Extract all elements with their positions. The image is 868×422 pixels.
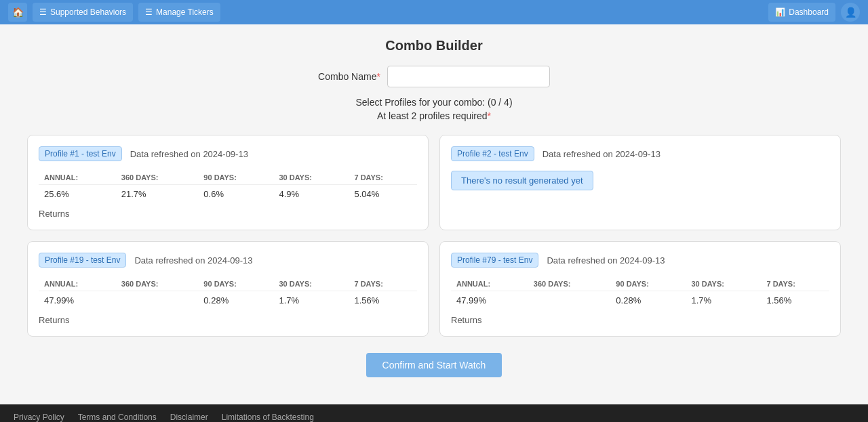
table-row: 25.6%21.7%0.6%4.9%5.04% <box>39 185 417 204</box>
main-content: Combo Builder Combo Name* Select Profile… <box>0 24 868 404</box>
profile-refresh-text-2: Data refreshed on 2024-09-13 <box>542 149 660 159</box>
profile-card-1: Profile #1 - test EnvData refreshed on 2… <box>27 135 429 230</box>
table-column-header: 360 DAYS: <box>528 277 611 291</box>
navbar: 🏠 ☰ Supported Behaviors ☰ Manage Tickers… <box>0 0 868 24</box>
table-column-header: 7 DAYS: <box>761 277 829 291</box>
confirm-start-watch-button[interactable]: Confirm and Start Watch <box>366 353 502 377</box>
profile-refresh-text-1: Data refreshed on 2024-09-13 <box>130 149 248 159</box>
table-column-header: 90 DAYS: <box>610 277 686 291</box>
select-profiles-text: Select Profiles for your combo: (0 / 4) <box>355 97 512 108</box>
profile-card-header-2: Profile #2 - test EnvData refreshed on 2… <box>451 146 829 161</box>
table-cell: 1.56% <box>761 291 829 310</box>
combo-name-input[interactable] <box>387 66 550 87</box>
no-result-badge-2: There's no result generated yet <box>451 171 593 190</box>
profile-card-header-4: Profile #79 - test EnvData refreshed on … <box>451 253 829 268</box>
profile-card-4: Profile #79 - test EnvData refreshed on … <box>439 241 841 337</box>
table-cell: 1.7% <box>273 291 349 310</box>
table-cell: 1.7% <box>686 291 761 310</box>
profile-badge-2: Profile #2 - test Env <box>451 146 534 161</box>
table-cell: 0.28% <box>198 291 273 310</box>
manage-tickers-label: Manage Tickers <box>156 7 214 17</box>
page-title: Combo Builder <box>385 38 482 54</box>
table-cell <box>528 291 611 310</box>
table-column-header: 30 DAYS: <box>686 277 761 291</box>
profile-badge-3: Profile #19 - test Env <box>39 253 126 268</box>
profiles-grid: Profile #1 - test EnvData refreshed on 2… <box>27 135 841 337</box>
profile-card-2: Profile #2 - test EnvData refreshed on 2… <box>439 135 841 230</box>
at-least-profiles-text: At least 2 profiles required* <box>377 110 491 121</box>
profile-table-3: ANNUAL:360 DAYS:90 DAYS:30 DAYS:7 DAYS:4… <box>39 277 417 310</box>
home-button[interactable]: 🏠 <box>8 3 27 22</box>
table-column-header: 7 DAYS: <box>349 171 417 185</box>
returns-label-4: Returns <box>451 315 829 325</box>
table-cell: 25.6% <box>39 185 116 204</box>
profile-card-header-3: Profile #19 - test EnvData refreshed on … <box>39 253 417 268</box>
dashboard-label: Dashboard <box>789 7 829 17</box>
profile-badge-4: Profile #79 - test Env <box>451 253 538 268</box>
footer-link-4[interactable]: Limitations of Backtesting <box>222 413 314 422</box>
table-cell: 47.99% <box>451 291 528 310</box>
user-icon: 👤 <box>845 7 856 18</box>
manage-tickers-icon: ☰ <box>145 7 153 17</box>
footer-link-1[interactable]: Privacy Policy <box>14 413 64 422</box>
table-cell: 21.7% <box>116 185 199 204</box>
table-cell: 1.56% <box>349 291 417 310</box>
dashboard-icon: 📊 <box>775 7 785 17</box>
table-column-header: 90 DAYS: <box>198 277 273 291</box>
supported-behaviors-button[interactable]: ☰ Supported Behaviors <box>33 3 133 22</box>
table-cell: 4.9% <box>273 185 349 204</box>
user-button[interactable]: 👤 <box>841 3 860 22</box>
combo-name-label: Combo Name* <box>318 71 380 82</box>
table-row: 47.99%0.28%1.7%1.56% <box>451 291 829 310</box>
returns-label-3: Returns <box>39 315 417 325</box>
profile-refresh-text-4: Data refreshed on 2024-09-13 <box>547 255 665 266</box>
dashboard-button[interactable]: 📊 Dashboard <box>768 3 835 22</box>
profile-refresh-text-3: Data refreshed on 2024-09-13 <box>134 255 252 266</box>
table-column-header: 7 DAYS: <box>349 277 417 291</box>
profile-badge-1: Profile #1 - test Env <box>39 146 122 161</box>
profile-table-4: ANNUAL:360 DAYS:90 DAYS:30 DAYS:7 DAYS:4… <box>451 277 829 310</box>
table-cell: 5.04% <box>349 185 417 204</box>
table-column-header: 90 DAYS: <box>198 171 273 185</box>
supported-behaviors-label: Supported Behaviors <box>50 7 126 17</box>
footer-link-2[interactable]: Terms and Conditions <box>78 413 157 422</box>
table-cell: 0.28% <box>610 291 686 310</box>
footer-link-3[interactable]: Disclaimer <box>170 413 208 422</box>
table-column-header: 360 DAYS: <box>116 171 199 185</box>
table-column-header: ANNUAL: <box>451 277 528 291</box>
table-column-header: ANNUAL: <box>39 171 116 185</box>
footer: Privacy PolicyTerms and ConditionsDiscla… <box>0 404 868 422</box>
combo-name-row: Combo Name* <box>318 66 550 87</box>
supported-behaviors-icon: ☰ <box>39 7 47 17</box>
table-column-header: 30 DAYS: <box>273 171 349 185</box>
manage-tickers-button[interactable]: ☰ Manage Tickers <box>138 3 220 22</box>
table-cell: 0.6% <box>198 185 273 204</box>
nav-right: 📊 Dashboard 👤 <box>768 3 860 22</box>
table-cell: 47.99% <box>39 291 116 310</box>
home-icon: 🏠 <box>12 7 24 18</box>
profile-card-3: Profile #19 - test EnvData refreshed on … <box>27 241 429 337</box>
table-column-header: 360 DAYS: <box>116 277 199 291</box>
table-column-header: 30 DAYS: <box>273 277 349 291</box>
profile-card-header-1: Profile #1 - test EnvData refreshed on 2… <box>39 146 417 161</box>
returns-label-1: Returns <box>39 209 417 219</box>
table-cell <box>116 291 199 310</box>
table-column-header: ANNUAL: <box>39 277 116 291</box>
table-row: 47.99%0.28%1.7%1.56% <box>39 291 417 310</box>
profile-table-1: ANNUAL:360 DAYS:90 DAYS:30 DAYS:7 DAYS:2… <box>39 171 417 203</box>
